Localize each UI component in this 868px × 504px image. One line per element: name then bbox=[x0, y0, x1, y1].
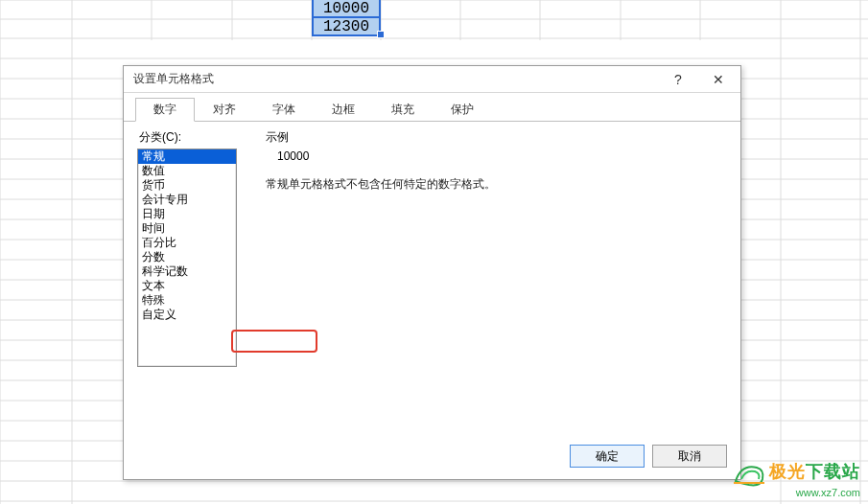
help-button[interactable]: ? bbox=[658, 67, 698, 92]
sample-label: 示例 bbox=[266, 129, 727, 146]
cancel-button[interactable]: 取消 bbox=[652, 445, 727, 468]
tab-font[interactable]: 字体 bbox=[254, 98, 314, 122]
watermark-name-1: 极光 bbox=[769, 462, 806, 481]
category-item-currency[interactable]: 货币 bbox=[138, 178, 236, 193]
category-item-custom[interactable]: 自定义 bbox=[138, 308, 236, 322]
tab-alignment[interactable]: 对齐 bbox=[195, 98, 254, 122]
close-button[interactable]: ✕ bbox=[698, 67, 739, 92]
selected-cells[interactable]: 10000 12300 bbox=[312, 0, 381, 34]
tab-fill[interactable]: 填充 bbox=[373, 98, 433, 122]
format-cells-dialog: 设置单元格格式 ? ✕ 数字 对齐 字体 边框 填充 保护 分类(C): 常规 … bbox=[123, 65, 741, 480]
sample-value: 10000 bbox=[277, 149, 727, 163]
dialog-title: 设置单元格格式 bbox=[133, 71, 658, 87]
ok-button[interactable]: 确定 bbox=[570, 445, 645, 468]
category-item-special[interactable]: 特殊 bbox=[138, 293, 236, 308]
category-item-text[interactable]: 文本 bbox=[138, 279, 236, 293]
category-label: 分类(C): bbox=[139, 129, 252, 146]
category-item-date[interactable]: 日期 bbox=[138, 207, 236, 221]
dialog-titlebar[interactable]: 设置单元格格式 ? ✕ bbox=[124, 66, 740, 93]
category-description: 常规单元格格式不包含任何特定的数字格式。 bbox=[266, 176, 727, 193]
category-item-time[interactable]: 时间 bbox=[138, 221, 236, 236]
category-item-general[interactable]: 常规 bbox=[138, 149, 236, 164]
category-item-scientific[interactable]: 科学记数 bbox=[138, 264, 236, 279]
tab-border[interactable]: 边框 bbox=[314, 98, 373, 122]
tab-number[interactable]: 数字 bbox=[135, 98, 195, 122]
category-item-fraction[interactable]: 分数 bbox=[138, 250, 236, 264]
category-listbox[interactable]: 常规 数值 货币 会计专用 日期 时间 百分比 分数 科学记数 文本 特殊 自定… bbox=[137, 149, 237, 367]
tab-protection[interactable]: 保护 bbox=[433, 98, 492, 122]
watermark: 极光下载站 www.xz7.com bbox=[732, 460, 860, 498]
category-item-accounting[interactable]: 会计专用 bbox=[138, 193, 236, 207]
dialog-tabstrip: 数字 对齐 字体 边框 填充 保护 bbox=[124, 93, 740, 122]
category-item-percentage[interactable]: 百分比 bbox=[138, 236, 236, 250]
watermark-name-2: 下载站 bbox=[806, 462, 860, 481]
category-item-number[interactable]: 数值 bbox=[138, 164, 236, 178]
cell-a2[interactable]: 12300 bbox=[312, 16, 381, 36]
logo-icon bbox=[732, 460, 766, 489]
